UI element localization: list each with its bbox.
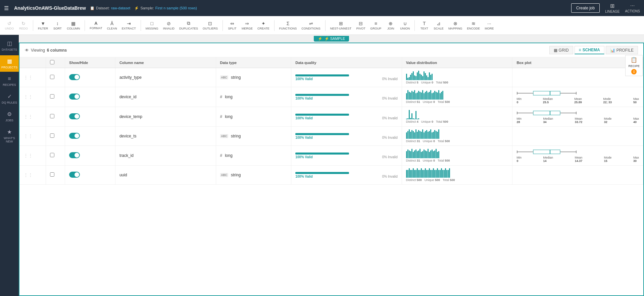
show-hide-toggle[interactable] bbox=[69, 172, 80, 178]
recipe-button[interactable]: 📋 RECIPE 0 bbox=[625, 55, 643, 76]
row-checkbox[interactable] bbox=[50, 114, 54, 118]
invalid-button[interactable]: ⊘ INVALID bbox=[161, 19, 177, 32]
outliers-button[interactable]: ⊡ OUTLIERS bbox=[201, 19, 220, 32]
mapping-button[interactable]: ⊗ MAPPING bbox=[446, 19, 464, 32]
show-hide-toggle[interactable] bbox=[69, 94, 80, 100]
row-checkbox[interactable] bbox=[50, 94, 54, 99]
clean-label: CLEAN bbox=[107, 27, 117, 30]
sort-button[interactable]: ↕ SORT bbox=[51, 19, 64, 32]
show-hide-toggle[interactable] bbox=[69, 74, 80, 80]
sidebar-item-recipes[interactable]: ≡ RECIPES bbox=[0, 73, 19, 89]
drag-handle[interactable]: ⋮⋮ bbox=[19, 107, 46, 127]
th-check bbox=[46, 57, 65, 68]
drag-handle[interactable]: ⋮⋮ bbox=[19, 68, 46, 87]
dist-bar bbox=[410, 118, 411, 119]
undo-label: UNDO bbox=[5, 27, 14, 30]
sample-meta: ⚡ Sample: First n sample (500 rows) bbox=[134, 6, 197, 10]
dist-bar bbox=[438, 90, 439, 100]
dist-meta: Distinct 51 Unique 0 Total 500 bbox=[406, 100, 508, 104]
toggle-thumb bbox=[75, 172, 79, 177]
box-mode: Mode15 bbox=[604, 156, 612, 163]
union-button[interactable]: ∪ UNION bbox=[398, 19, 412, 32]
projects-icon: ▦ bbox=[7, 58, 12, 64]
nest-unnest-button[interactable]: ⊞ NEST-UNNEST bbox=[328, 19, 354, 32]
column-button[interactable]: ▦ COLUMN bbox=[65, 19, 82, 32]
show-hide-toggle[interactable] bbox=[69, 133, 80, 139]
drag-handle[interactable]: ⋮⋮ bbox=[19, 87, 46, 107]
row-checkbox[interactable] bbox=[50, 172, 54, 177]
row-checkbox[interactable] bbox=[50, 75, 54, 79]
sidebar-item-dq-rules[interactable]: ✓ DQ RULES bbox=[0, 91, 19, 107]
column-name-cell: track_id bbox=[115, 146, 216, 166]
sidebar-item-projects[interactable]: ▦ PROJECTS bbox=[0, 55, 19, 72]
merge-button[interactable]: ⇒ MERGE bbox=[240, 19, 255, 32]
join-button[interactable]: ⊕ JOIN bbox=[384, 19, 397, 32]
dist-bar bbox=[407, 131, 408, 139]
dist-bar bbox=[426, 130, 427, 139]
undo-button[interactable]: ↺ UNDO bbox=[3, 19, 16, 32]
tab-schema[interactable]: ≡ SCHEMA bbox=[575, 46, 604, 54]
create-job-button[interactable]: Create job bbox=[571, 3, 600, 13]
dataset-link[interactable]: raw-dataset bbox=[111, 6, 130, 10]
show-hide-cell bbox=[65, 127, 115, 146]
column-name-cell: uuid bbox=[115, 166, 216, 185]
redo-button[interactable]: ↻ REDO bbox=[17, 19, 30, 32]
box-container bbox=[516, 110, 639, 116]
dist-bar bbox=[432, 74, 433, 80]
show-hide-toggle[interactable] bbox=[69, 113, 80, 119]
scale-button[interactable]: ⊿ SCALE bbox=[432, 19, 446, 32]
show-hide-toggle[interactable] bbox=[69, 152, 80, 158]
drag-handle[interactable]: ⋮⋮ bbox=[19, 146, 46, 166]
pivot-label: PIVOT bbox=[356, 27, 365, 30]
dist-bar bbox=[407, 118, 408, 119]
tab-grid[interactable]: ▦ GRID bbox=[549, 46, 573, 54]
text-button[interactable]: T TEXT bbox=[417, 19, 431, 32]
lineage-button[interactable]: ⊞ LINEAGE bbox=[605, 3, 620, 13]
group-button[interactable]: ≡ GROUP bbox=[368, 19, 383, 32]
extract-button[interactable]: ⇥ EXTRACT bbox=[120, 19, 138, 32]
format-button[interactable]: A FORMAT bbox=[88, 19, 104, 31]
missing-button[interactable]: □ MISSING bbox=[144, 19, 160, 32]
functions-button[interactable]: Σ FUNCTIONS bbox=[277, 19, 299, 32]
pivot-button[interactable]: ⊟ PIVOT bbox=[354, 19, 367, 32]
tab-profile[interactable]: 📊 PROFILE bbox=[606, 46, 638, 54]
hamburger-icon[interactable]: ☰ bbox=[4, 5, 9, 11]
actions-button[interactable]: ··· ACTIONS bbox=[625, 3, 640, 13]
show-hide-cell bbox=[65, 166, 115, 185]
row-checkbox[interactable] bbox=[50, 133, 54, 138]
type-badge: ABCstring bbox=[220, 75, 287, 80]
recipe-count-badge: 0 bbox=[631, 69, 637, 74]
dist-total: Total 500 bbox=[438, 139, 450, 143]
quality-invalid-label: 0% Invalid bbox=[382, 136, 398, 139]
encode-button[interactable]: ≋ ENCODE bbox=[465, 19, 482, 32]
select-all-checkbox[interactable] bbox=[50, 60, 54, 64]
filter-button[interactable]: ▼ FILTER bbox=[36, 19, 50, 32]
conditions-icon: ⇌ bbox=[309, 21, 313, 26]
format-group: A FORMAT Ā CLEAN ⇥ EXTRACT bbox=[88, 19, 138, 32]
dist-bar bbox=[411, 149, 412, 158]
clean-button[interactable]: Ā CLEAN bbox=[105, 19, 119, 32]
dist-bar bbox=[442, 170, 443, 178]
sidebar-item-whats-new[interactable]: ★ WHAT'S NEW bbox=[0, 126, 19, 146]
duplicates-button[interactable]: ⧉ DUPLICATES bbox=[177, 19, 200, 32]
more-button[interactable]: ··· MORE bbox=[483, 19, 496, 32]
sample-link[interactable]: First n sample (500 rows) bbox=[155, 6, 197, 10]
quality-labels: 100% Valid 0% Invalid bbox=[295, 155, 398, 159]
sidebar-item-jobs[interactable]: ⚙ JOBS bbox=[0, 108, 19, 125]
drag-handle[interactable]: ⋮⋮ bbox=[19, 166, 46, 185]
data-quality-cell: 100% Valid 0% Invalid bbox=[291, 107, 402, 127]
dist-distinct: Distinct 51 bbox=[406, 100, 420, 104]
dist-bar bbox=[424, 132, 425, 139]
split-button[interactable]: ⇔ SPLIT bbox=[226, 19, 239, 32]
conditions-button[interactable]: ⇌ CONDITIONS bbox=[299, 19, 323, 32]
schema-table[interactable]: Show/Hide Column name Data type Data qua… bbox=[19, 57, 643, 295]
create-button[interactable]: ✦ CREATE bbox=[255, 19, 271, 32]
distribution-cell: Distinct 500 Unique 500 Total 500 bbox=[402, 166, 512, 185]
dist-bar bbox=[425, 73, 426, 80]
drag-handle[interactable]: ⋮⋮ bbox=[19, 127, 46, 146]
dist-bar bbox=[414, 170, 415, 178]
mapping-icon: ⊗ bbox=[453, 21, 457, 26]
recipe-panel[interactable]: 📋 RECIPE 0 bbox=[625, 55, 643, 76]
sidebar-item-datasets[interactable]: ◫ DATASETS bbox=[0, 38, 19, 54]
row-checkbox[interactable] bbox=[50, 153, 54, 157]
